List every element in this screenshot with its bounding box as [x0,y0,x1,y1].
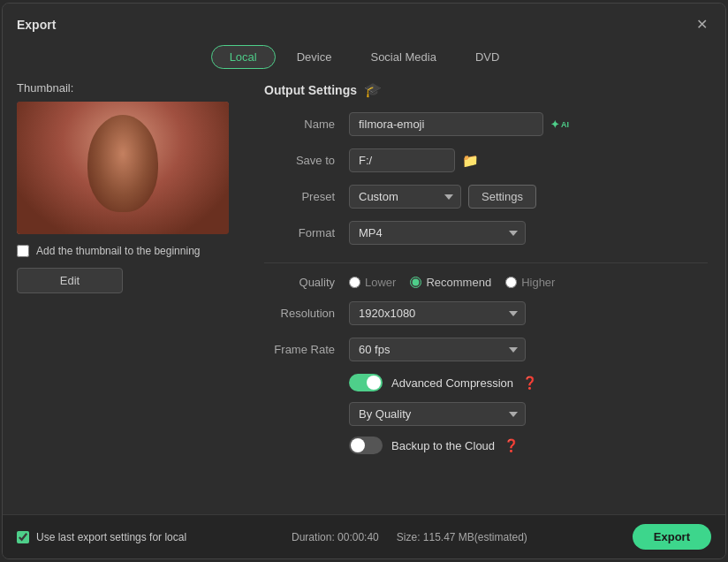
divider-1 [264,262,708,263]
save-to-path: F:/ [349,148,455,172]
output-settings-title: Output Settings [264,83,357,97]
tab-device[interactable]: Device [279,45,350,69]
format-label: Format [264,226,335,239]
export-button[interactable]: Export [633,524,711,550]
folder-icon[interactable]: 📁 [462,153,479,169]
backup-cloud-row: Backup to the Cloud ❓ [349,437,708,454]
frame-rate-label: Frame Rate [264,343,335,356]
quality-lower-label: Lower [365,276,396,289]
backup-help-icon[interactable]: ❓ [504,438,519,452]
settings-button[interactable]: Settings [468,185,536,209]
quality-recommend-label: Recommend [426,276,491,289]
close-button[interactable]: ✕ [693,14,711,34]
name-input[interactable] [349,112,543,136]
backup-cloud-label: Backup to the Cloud [391,439,495,452]
format-select[interactable]: MP4 MOV AVI MKV [349,221,526,245]
advanced-compression-row: Advanced Compression ❓ [349,374,708,391]
size-info: Size: 115.47 MB(estimated) [397,531,527,543]
thumbnail-checkbox[interactable] [17,245,29,257]
use-last-row: Use last export settings for local [17,531,186,543]
save-to-row: Save to F:/ 📁 [264,148,708,172]
dialog-title: Export [17,18,56,32]
resolution-label: Resolution [264,307,335,320]
tab-bar: Local Device Social Media DVD [3,42,725,78]
toggle-knob-compression [367,376,381,390]
quality-radio-group: Lower Recommend Higher [349,276,555,289]
toggle-knob-backup [351,438,365,452]
preset-content: Custom High Quality Medium Quality Low Q… [349,185,536,209]
compression-help-icon[interactable]: ❓ [522,376,537,390]
advanced-compression-toggle[interactable] [349,374,383,391]
tab-dvd[interactable]: DVD [458,45,517,69]
quality-higher-option[interactable]: Higher [505,276,555,289]
tab-local[interactable]: Local [211,45,276,69]
thumbnail-image-inner [17,102,229,234]
output-settings-header: Output Settings 🎓 [264,81,708,98]
save-to-content: F:/ 📁 [349,148,479,172]
preset-select[interactable]: Custom High Quality Medium Quality Low Q… [349,185,461,209]
frame-rate-select[interactable]: 60 fps 30 fps 24 fps 120 fps [349,338,526,361]
thumbnail-label: Thumbnail: [17,81,246,95]
save-to-label: Save to [264,154,335,167]
quality-recommend-option[interactable]: Recommend [410,276,491,289]
main-content: Thumbnail: Add the thumbnail to the begi… [3,78,725,514]
format-row: Format MP4 MOV AVI MKV [264,221,708,245]
edit-button[interactable]: Edit [17,268,123,293]
bottom-info: Duration: 00:00:40 Size: 115.47 MB(estim… [292,531,527,543]
bottom-bar: Use last export settings for local Durat… [3,514,725,558]
backup-cloud-toggle[interactable] [349,437,383,454]
thumbnail-checkbox-row: Add the thumbnail to the beginning [17,245,246,257]
tab-social-media[interactable]: Social Media [353,45,453,69]
hat-icon: 🎓 [364,81,382,98]
title-bar: Export ✕ [3,4,725,42]
ai-icon: ✦AI [550,118,569,131]
name-label: Name [264,118,335,131]
quality-higher-label: Higher [521,276,555,289]
quality-higher-radio[interactable] [505,277,517,288]
frame-rate-row: Frame Rate 60 fps 30 fps 24 fps 120 fps [264,338,708,361]
toggle-slider-compression [349,374,383,391]
preset-row: Preset Custom High Quality Medium Qualit… [264,185,708,209]
quality-lower-radio[interactable] [349,277,360,288]
name-row: Name ✦AI [264,112,708,136]
thumbnail-checkbox-label: Add the thumbnail to the beginning [36,245,200,257]
by-quality-select[interactable]: By Quality By Size [349,402,526,426]
export-dialog: Export ✕ Local Device Social Media DVD T… [2,3,726,559]
quality-lower-option[interactable]: Lower [349,276,396,289]
toggle-slider-backup [349,437,383,454]
resolution-row: Resolution 1920x1080 1280x720 3840x2160 … [264,301,708,325]
use-last-checkbox[interactable] [17,531,29,543]
resolution-select[interactable]: 1920x1080 1280x720 3840x2160 640x480 [349,301,526,325]
preset-label: Preset [264,190,335,203]
advanced-compression-label: Advanced Compression [391,376,513,390]
quality-recommend-radio[interactable] [410,277,421,288]
left-panel: Thumbnail: Add the thumbnail to the begi… [17,78,246,514]
use-last-label: Use last export settings for local [36,531,186,543]
duration-info: Duration: 00:00:40 [292,531,379,543]
right-panel: Output Settings 🎓 Name ✦AI Save to F:/ 📁… [264,78,711,514]
thumbnail-image [17,102,229,234]
by-quality-row: By Quality By Size [349,402,708,426]
quality-row: Quality Lower Recommend Higher [264,276,708,289]
quality-label: Quality [264,276,335,289]
thumbnail-face [87,115,158,212]
